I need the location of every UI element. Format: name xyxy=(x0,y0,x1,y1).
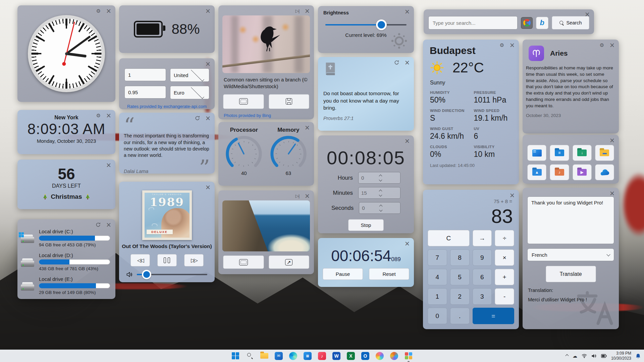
tray-clock[interactable]: 3:09 PM 10/30/2023 xyxy=(611,351,631,361)
shortcut-desktop[interactable] xyxy=(527,145,546,161)
volume-slider-thumb[interactable] xyxy=(142,270,151,279)
close-icon[interactable]: × xyxy=(405,8,410,15)
calc-6-button[interactable]: 6 xyxy=(473,269,492,285)
close-icon[interactable]: × xyxy=(405,240,410,247)
notification-bell-icon[interactable] xyxy=(636,353,641,359)
shortcut-videos[interactable]: ▶ xyxy=(573,164,592,180)
shortcut-downloads[interactable]: ↓ xyxy=(573,145,592,161)
close-icon[interactable]: × xyxy=(205,184,211,190)
timer-seconds-input[interactable]: 0 xyxy=(359,202,400,214)
settings-icon[interactable]: ⚙ xyxy=(600,43,604,48)
refresh-icon[interactable] xyxy=(394,60,399,65)
rates-attribution-link[interactable]: Rates provided by exchangerate-api.com xyxy=(127,104,207,109)
close-icon[interactable]: × xyxy=(609,137,615,143)
calc-backspace-button[interactable]: → xyxy=(473,230,492,246)
bing-engine-button[interactable]: b xyxy=(536,17,548,29)
refresh-icon[interactable] xyxy=(96,222,101,227)
previous-track-button[interactable]: ◁◁ xyxy=(130,254,150,266)
search-input[interactable] xyxy=(428,16,518,29)
taskbar-word[interactable]: W xyxy=(332,352,341,360)
close-icon[interactable]: × xyxy=(509,42,515,48)
wifi-icon[interactable] xyxy=(582,354,587,358)
calc-clear-button[interactable]: C xyxy=(428,230,470,246)
settings-icon[interactable]: ⚙ xyxy=(500,43,504,48)
battery-tray-icon[interactable] xyxy=(601,354,607,358)
spinner-icon[interactable] xyxy=(379,175,397,181)
translator-input[interactable]: Thank you for using Widget Pro! xyxy=(527,196,614,244)
calc-equals-button[interactable]: = xyxy=(473,308,515,324)
close-icon[interactable]: × xyxy=(609,42,615,48)
calc-2-button[interactable]: 2 xyxy=(450,288,470,305)
currency-amount-from-input[interactable] xyxy=(124,68,166,81)
timer-hours-input[interactable]: 0 xyxy=(358,172,400,184)
close-icon[interactable]: × xyxy=(106,112,111,119)
shortcut-onedrive[interactable] xyxy=(595,164,614,180)
taskbar-mail[interactable]: ✉ xyxy=(274,352,283,360)
timer-stop-button[interactable]: Stop xyxy=(348,219,384,231)
calc-divide-button[interactable]: ÷ xyxy=(495,230,514,246)
volume-tray-icon[interactable] xyxy=(591,354,597,358)
currency-to-select[interactable]: Euro xyxy=(170,86,209,99)
settings-icon[interactable]: ⚙ xyxy=(96,113,101,118)
calc-decimal-button[interactable]: . xyxy=(450,308,470,324)
close-icon[interactable]: × xyxy=(405,59,410,66)
next-track-button[interactable]: ▷▷ xyxy=(184,254,204,266)
shortcut-pictures[interactable]: ▲ xyxy=(527,164,546,180)
google-engine-button[interactable] xyxy=(521,17,533,29)
close-icon[interactable]: × xyxy=(405,138,410,144)
next-photo-icon[interactable]: ▷| xyxy=(296,8,299,13)
calc-3-button[interactable]: 3 xyxy=(473,288,492,305)
brightness-slider-thumb[interactable] xyxy=(376,19,387,30)
bing-attribution-link[interactable]: Photos provided by Bing xyxy=(224,113,271,118)
close-icon[interactable]: × xyxy=(305,193,310,199)
set-wallpaper-button[interactable] xyxy=(223,94,264,109)
calc-5-button[interactable]: 5 xyxy=(450,269,470,285)
taskbar-microsoft-store[interactable]: ▦ xyxy=(303,352,312,360)
close-icon[interactable]: × xyxy=(106,222,111,228)
taskbar-edge[interactable] xyxy=(289,352,298,360)
calc-0-button[interactable]: 0 xyxy=(428,308,447,324)
taskbar-start-button[interactable] xyxy=(231,352,240,360)
taskbar-file-explorer[interactable] xyxy=(260,352,269,360)
spinner-icon[interactable] xyxy=(379,190,397,196)
calc-subtract-button[interactable]: - xyxy=(495,288,514,305)
calc-7-button[interactable]: 7 xyxy=(428,249,447,266)
taskbar-photos[interactable] xyxy=(375,352,384,360)
onedrive-tray-icon[interactable]: ☁ xyxy=(573,353,577,359)
close-icon[interactable]: × xyxy=(205,61,211,67)
taskbar-apple-music[interactable]: ♪ xyxy=(318,352,326,360)
currency-from-select[interactable]: United States D xyxy=(170,68,209,82)
close-icon[interactable]: × xyxy=(585,11,590,17)
close-icon[interactable]: × xyxy=(609,190,615,196)
stopwatch-reset-button[interactable]: Reset xyxy=(369,268,409,280)
shortcut-music[interactable]: ♪ xyxy=(550,164,569,180)
close-icon[interactable]: × xyxy=(305,124,310,131)
volume-slider[interactable] xyxy=(137,274,207,275)
calc-9-button[interactable]: 9 xyxy=(473,249,492,266)
timer-minutes-input[interactable]: 15 xyxy=(358,187,400,199)
volume-icon[interactable] xyxy=(126,272,133,277)
brightness-slider[interactable] xyxy=(325,24,407,25)
pause-button[interactable] xyxy=(157,254,177,266)
hidden-icons-chevron[interactable] xyxy=(566,355,568,357)
close-icon[interactable]: × xyxy=(106,8,111,14)
close-icon[interactable]: × xyxy=(205,8,211,14)
calc-8-button[interactable]: 8 xyxy=(450,249,470,266)
translator-language-select[interactable]: French xyxy=(527,248,614,261)
close-icon[interactable]: × xyxy=(305,8,310,14)
calc-4-button[interactable]: 4 xyxy=(428,269,447,285)
stopwatch-pause-button[interactable]: Pause xyxy=(323,268,363,280)
search-button[interactable]: Search xyxy=(552,16,589,29)
save-photo-button[interactable] xyxy=(269,94,310,109)
calc-multiply-button[interactable]: × xyxy=(495,249,514,266)
currency-amount-to-input[interactable] xyxy=(124,86,166,99)
taskbar-paint[interactable] xyxy=(390,352,398,360)
refresh-icon[interactable] xyxy=(195,116,200,121)
shortcut-folder[interactable]: ▬ xyxy=(595,145,614,161)
close-icon[interactable]: × xyxy=(106,162,111,168)
settings-icon[interactable]: ⚙ xyxy=(96,8,101,13)
calc-1-button[interactable]: 1 xyxy=(428,288,447,305)
set-wallpaper-button[interactable] xyxy=(223,255,264,269)
spinner-icon[interactable] xyxy=(380,205,397,211)
next-photo-icon[interactable]: ▷| xyxy=(296,193,299,198)
